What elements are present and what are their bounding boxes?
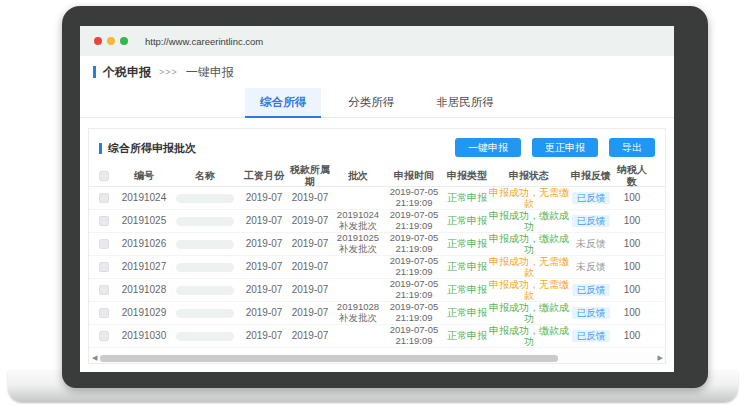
filing-status-cell: 申报成功，缴款成功 bbox=[489, 210, 569, 233]
export-button[interactable]: 导出 bbox=[609, 138, 655, 157]
traffic-light-close-icon[interactable] bbox=[94, 37, 102, 45]
filing-type-cell: 正常申报 bbox=[445, 215, 489, 227]
column-header: 编号 bbox=[119, 170, 169, 182]
clipped-cell: 11 bbox=[651, 307, 666, 319]
row-checkbox-cell bbox=[89, 239, 119, 249]
feedback-cell: 未反馈 bbox=[569, 261, 613, 273]
table-row: 201910262019-072019-0720191025 补发批次2019-… bbox=[89, 233, 666, 256]
filing-clock: 21:19:09 bbox=[383, 221, 445, 232]
tab-classified-income[interactable]: 分类所得 bbox=[333, 88, 409, 118]
panel-title: 综合所得申报批次 bbox=[108, 141, 196, 156]
salary-month-cell: 2019-07 bbox=[241, 261, 287, 273]
one-click-filing-button[interactable]: 一键申报 bbox=[455, 138, 521, 157]
feedback-cell: 已反馈 bbox=[569, 307, 613, 320]
table-header-row: 编号名称工资月份税款所属期批次申报时间申报类型申报状态申报反馈纳税人数 bbox=[89, 165, 666, 187]
table-row: 201910252019-072019-0720191024 补发批次2019-… bbox=[89, 210, 666, 233]
name-cell bbox=[169, 309, 241, 318]
batch-ref-cell: 20191024 补发批次 bbox=[333, 210, 383, 232]
table-row: 201910302019-072019-072019-07-0521:19:09… bbox=[89, 325, 666, 348]
tax-period-cell: 2019-07 bbox=[287, 307, 333, 319]
row-checkbox[interactable] bbox=[99, 262, 109, 272]
taxpayer-count-cell: 100 bbox=[613, 307, 651, 319]
name-cell bbox=[169, 217, 241, 226]
row-checkbox-cell bbox=[89, 331, 119, 341]
scroll-left-arrow-icon[interactable]: ◀ bbox=[92, 353, 97, 363]
row-checkbox[interactable] bbox=[99, 308, 109, 318]
filing-type-cell: 正常申报 bbox=[445, 330, 489, 342]
name-cell bbox=[169, 332, 241, 341]
traffic-light-minimize-icon[interactable] bbox=[107, 37, 115, 45]
batch-id-cell: 20191024 bbox=[119, 192, 169, 204]
table-body: 201910242019-072019-072019-07-0521:19:09… bbox=[89, 187, 666, 348]
name-placeholder bbox=[176, 217, 234, 226]
breadcrumb: 个税申报 >>> 一键申报 bbox=[93, 64, 234, 80]
breadcrumb-page: 一键申报 bbox=[186, 64, 234, 81]
tab-bar: 综合所得 分类所得 非居民所得 bbox=[80, 88, 674, 118]
column-header: 税款所属期 bbox=[287, 165, 333, 187]
column-header: 申报时间 bbox=[383, 170, 445, 182]
batch-ref-cell: 20191028 补发批次 bbox=[333, 302, 383, 324]
name-placeholder bbox=[176, 332, 234, 341]
taxpayer-count-cell: 100 bbox=[613, 192, 651, 204]
name-cell bbox=[169, 263, 241, 272]
row-checkbox-cell bbox=[89, 262, 119, 272]
batch-id-cell: 20191027 bbox=[119, 261, 169, 273]
horizontal-scrollbar[interactable]: ◀ ▶ bbox=[89, 353, 666, 363]
table-row: 201910272019-072019-072019-07-0521:19:09… bbox=[89, 256, 666, 279]
batch-id-cell: 20191025 bbox=[119, 215, 169, 227]
address-bar-url[interactable]: http://www.careerintlinc.com bbox=[145, 36, 263, 47]
breadcrumb-accent-bar bbox=[93, 66, 96, 78]
taxpayer-count-cell: 100 bbox=[613, 215, 651, 227]
panel-accent-bar bbox=[99, 143, 102, 154]
correction-filing-button[interactable]: 更正申报 bbox=[532, 138, 598, 157]
feedback-cell: 已反馈 bbox=[569, 215, 613, 228]
batch-ref-cell: 20191025 补发批次 bbox=[333, 233, 383, 255]
row-checkbox[interactable] bbox=[99, 216, 109, 226]
feedback-badge: 未反馈 bbox=[569, 261, 613, 273]
column-header: 申报类型 bbox=[445, 170, 489, 182]
row-checkbox[interactable] bbox=[99, 193, 109, 203]
table-row: 201910282019-072019-072019-07-0521:19:09… bbox=[89, 279, 666, 302]
filing-time-cell: 2019-07-0521:19:09 bbox=[383, 325, 445, 347]
batch-table: 编号名称工资月份税款所属期批次申报时间申报类型申报状态申报反馈纳税人数 2019… bbox=[89, 165, 666, 348]
row-checkbox[interactable] bbox=[99, 239, 109, 249]
filing-time-cell: 2019-07-0521:19:09 bbox=[383, 279, 445, 301]
feedback-badge: 已反馈 bbox=[572, 215, 611, 228]
filing-clock: 21:19:09 bbox=[383, 313, 445, 324]
clipped-cell: 11 bbox=[651, 215, 666, 227]
tax-period-cell: 2019-07 bbox=[287, 192, 333, 204]
filing-type-cell: 正常申报 bbox=[445, 238, 489, 250]
filing-status-cell: 申报成功，缴款成功 bbox=[489, 302, 569, 325]
tab-nonresident-income[interactable]: 非居民所得 bbox=[421, 88, 509, 118]
tab-comprehensive-income[interactable]: 综合所得 bbox=[245, 88, 321, 118]
table-row: 201910292019-072019-0720191028 补发批次2019-… bbox=[89, 302, 666, 325]
row-checkbox[interactable] bbox=[99, 285, 109, 295]
row-checkbox-cell bbox=[89, 308, 119, 318]
laptop-bezel: http://www.careerintlinc.com 个税申报 >>> 一键… bbox=[62, 6, 708, 388]
filing-time-cell: 2019-07-0521:19:09 bbox=[383, 233, 445, 255]
scrollbar-thumb[interactable] bbox=[100, 355, 558, 362]
name-placeholder bbox=[176, 286, 234, 295]
salary-month-cell: 2019-07 bbox=[241, 238, 287, 250]
tax-period-cell: 2019-07 bbox=[287, 238, 333, 250]
name-cell bbox=[169, 194, 241, 203]
scroll-right-arrow-icon[interactable]: ▶ bbox=[658, 353, 663, 363]
select-all-checkbox[interactable] bbox=[99, 171, 109, 181]
feedback-cell: 未反馈 bbox=[569, 238, 613, 250]
batch-panel: 综合所得申报批次 一键申报 更正申报 导出 编号名称工资月份税款所属期批次申报时… bbox=[88, 128, 666, 364]
filing-time-cell: 2019-07-0521:19:09 bbox=[383, 256, 445, 278]
filing-type-cell: 正常申报 bbox=[445, 192, 489, 204]
filing-time-cell: 2019-07-0521:19:09 bbox=[383, 302, 445, 324]
browser-toolbar: http://www.careerintlinc.com bbox=[80, 26, 674, 56]
salary-month-cell: 2019-07 bbox=[241, 330, 287, 342]
row-checkbox[interactable] bbox=[99, 331, 109, 341]
traffic-light-maximize-icon[interactable] bbox=[120, 37, 128, 45]
header-checkbox-cell bbox=[89, 171, 119, 181]
feedback-cell: 已反馈 bbox=[569, 330, 613, 343]
column-header: 申报状态 bbox=[489, 170, 569, 182]
column-header: 纳税人数 bbox=[613, 165, 651, 187]
filing-clock: 21:19:09 bbox=[383, 267, 445, 278]
browser-window: http://www.careerintlinc.com 个税申报 >>> 一键… bbox=[80, 26, 674, 372]
batch-id-cell: 20191026 bbox=[119, 238, 169, 250]
taxpayer-count-cell: 100 bbox=[613, 284, 651, 296]
